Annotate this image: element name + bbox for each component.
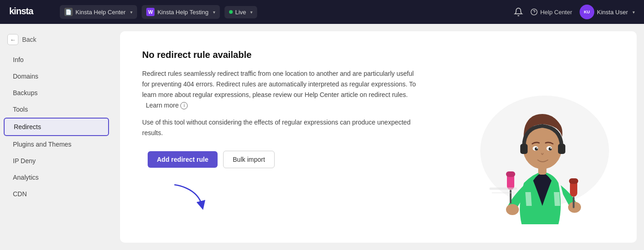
- content-main: No redirect rule available Redirect rule…: [120, 31, 443, 243]
- notifications-button[interactable]: [514, 7, 523, 17]
- site1-label: Kinsta Help Center: [75, 9, 126, 16]
- svg-rect-23: [492, 192, 515, 193]
- site1-selector[interactable]: 📄 Kinsta Help Center ▾: [60, 5, 137, 19]
- sidebar-item-info[interactable]: Info: [4, 51, 109, 68]
- description-paragraph-1: Redirect rules seamlessly redirect traff…: [142, 68, 421, 111]
- sidebar-item-analytics[interactable]: Analytics: [4, 169, 109, 186]
- user-chevron-icon: ▾: [632, 10, 635, 15]
- main-layout: ← Back Info Domains Backups Tools Redire…: [0, 24, 644, 250]
- svg-point-9: [549, 148, 552, 151]
- svg-rect-18: [510, 190, 512, 204]
- site1-icon: 📄: [64, 8, 73, 16]
- svg-text:kinsta: kinsta: [9, 6, 34, 16]
- svg-point-10: [536, 148, 537, 148]
- live-status-selector[interactable]: Live ▾: [224, 6, 257, 18]
- sidebar-item-ip-deny[interactable]: IP Deny: [4, 153, 109, 169]
- live-status-dot: [229, 10, 233, 14]
- redirect-illustration: [453, 40, 627, 233]
- info-circle-icon: i: [180, 102, 188, 109]
- back-label: Back: [22, 36, 36, 43]
- svg-rect-17: [506, 171, 515, 177]
- kinsta-logo: kinsta: [9, 5, 46, 19]
- help-center-link[interactable]: Help Center: [530, 8, 572, 16]
- svg-point-14: [506, 204, 519, 215]
- svg-rect-13: [558, 144, 565, 154]
- sidebar-item-cdn[interactable]: CDN: [4, 186, 109, 202]
- user-menu[interactable]: KU Kinsta User ▾: [580, 5, 635, 19]
- site1-chevron-icon: ▾: [130, 10, 132, 15]
- site2-chevron-icon: ▾: [213, 10, 215, 15]
- back-button[interactable]: ← Back: [0, 31, 113, 51]
- back-arrow-icon: ←: [7, 34, 18, 45]
- top-navigation: kinsta 📄 Kinsta Help Center ▾ W Kinsta H…: [0, 0, 644, 24]
- bulk-import-button[interactable]: Bulk import: [223, 151, 275, 168]
- sidebar-item-redirects[interactable]: Redirects: [4, 118, 109, 136]
- content-card: No redirect rule available Redirect rule…: [120, 31, 637, 243]
- learn-more-link[interactable]: Learn more i: [142, 100, 188, 111]
- action-buttons: Add redirect rule Bulk import: [142, 151, 421, 168]
- help-center-label: Help Center: [540, 9, 572, 16]
- sidebar-item-backups[interactable]: Backups: [4, 85, 109, 101]
- site2-label: Kinsta Help Testing: [157, 9, 208, 16]
- sidebar-item-tools[interactable]: Tools: [4, 101, 109, 118]
- description-paragraph-2: Use of this tool without considering the…: [142, 117, 421, 138]
- svg-rect-22: [489, 188, 517, 190]
- live-chevron-icon: ▾: [250, 10, 253, 15]
- site2-selector[interactable]: W Kinsta Help Testing ▾: [142, 5, 220, 19]
- user-avatar: KU: [580, 5, 594, 19]
- svg-rect-12: [520, 144, 528, 154]
- svg-rect-21: [573, 197, 575, 208]
- page-title: No redirect rule available: [142, 50, 421, 60]
- sidebar-item-domains[interactable]: Domains: [4, 68, 109, 85]
- sidebar: ← Back Info Domains Backups Tools Redire…: [0, 24, 113, 250]
- content-area: No redirect rule available Redirect rule…: [113, 24, 644, 250]
- live-status-label: Live: [235, 9, 246, 16]
- user-name-label: Kinsta User: [597, 9, 628, 16]
- topnav-right: Help Center KU Kinsta User ▾: [514, 5, 635, 19]
- svg-point-8: [535, 148, 538, 151]
- svg-rect-20: [569, 178, 578, 184]
- site2-icon: W: [146, 8, 155, 16]
- add-redirect-rule-button[interactable]: Add redirect rule: [148, 151, 218, 168]
- illustration-area: [443, 31, 637, 243]
- sidebar-item-plugins-themes[interactable]: Plugins and Themes: [4, 136, 109, 153]
- svg-point-11: [550, 148, 551, 148]
